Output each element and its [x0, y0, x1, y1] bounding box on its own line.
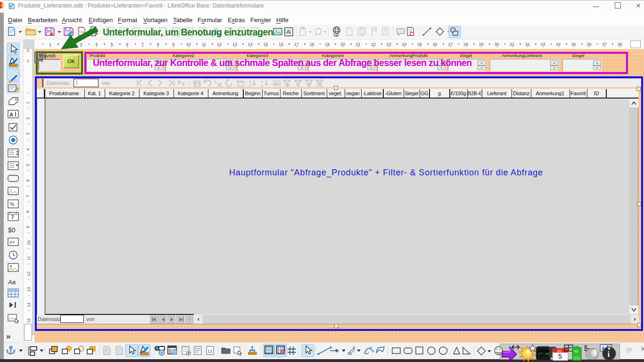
- svg-text:$0: $0: [8, 226, 16, 234]
- svg-text:A: A: [286, 29, 290, 35]
- svg-text:i: i: [608, 350, 610, 359]
- svg-text:7: 7: [11, 215, 14, 220]
- svg-text:%: %: [10, 201, 15, 207]
- svg-text:Az: Az: [274, 82, 279, 86]
- svg-text:A: A: [261, 83, 264, 88]
- svg-text:XY: XY: [9, 240, 15, 245]
- svg-text:17:25: 17:25: [538, 352, 549, 356]
- svg-text:Aa: Aa: [8, 279, 16, 286]
- svg-text:5: 5: [558, 353, 562, 360]
- svg-text:Z: Z: [249, 83, 251, 88]
- svg-text:DO: DO: [557, 349, 562, 353]
- svg-text:A: A: [9, 112, 13, 117]
- svg-text:95: 95: [574, 349, 578, 354]
- svg-text:12: 12: [207, 349, 212, 354]
